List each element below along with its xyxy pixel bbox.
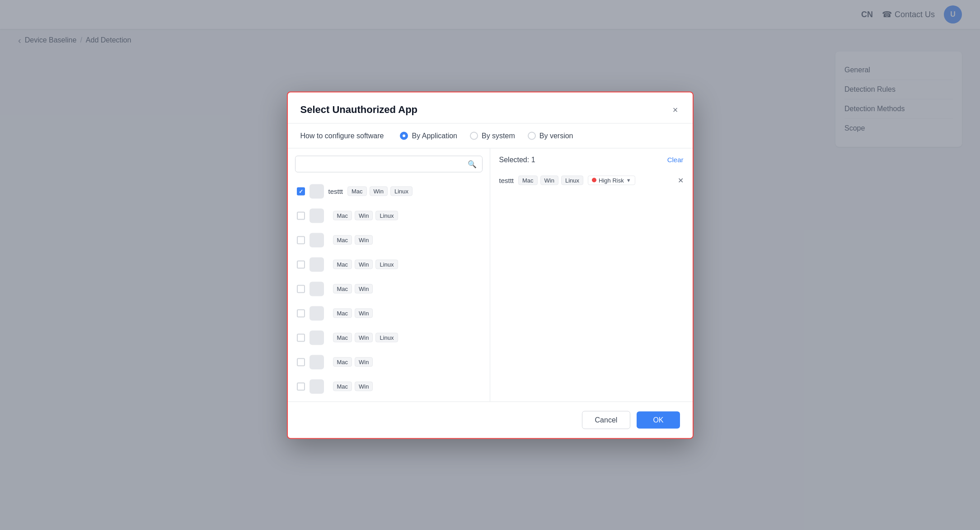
app-checkbox-4[interactable] — [297, 260, 305, 268]
search-box: 🔍 — [295, 155, 483, 172]
app-tags-6: Mac Win — [333, 309, 373, 318]
app-checkbox-testtt[interactable] — [297, 187, 305, 195]
app-icon-5 — [309, 281, 324, 296]
app-checkbox-2[interactable] — [297, 211, 305, 220]
tag-mac: Mac — [347, 187, 367, 196]
tag-mac: Mac — [333, 235, 352, 245]
risk-badge-testtt[interactable]: High Risk ▼ — [588, 175, 635, 185]
app-icon-3 — [309, 233, 324, 247]
tag-linux: Linux — [375, 260, 398, 269]
modal-title: Select Unauthorized App — [300, 103, 418, 115]
remove-testtt-button[interactable]: ✕ — [678, 176, 684, 184]
tag-win: Win — [355, 284, 373, 294]
app-tags-7: Mac Win Linux — [333, 333, 398, 342]
app-icon-9 — [309, 379, 324, 394]
radio-by-application-circle — [400, 131, 408, 140]
modal-footer: Cancel OK — [288, 401, 693, 438]
modal-close-button[interactable]: × — [671, 103, 680, 116]
tag-linux: Linux — [390, 187, 413, 196]
app-checkbox-7[interactable] — [297, 333, 305, 342]
app-list-panel: 🔍 testtt Mac Win Linux — [288, 148, 490, 401]
app-icon-8 — [309, 355, 324, 369]
tag-mac: Mac — [333, 260, 352, 269]
list-item: Mac Win Linux — [295, 326, 483, 349]
app-icon-4 — [309, 257, 324, 272]
radio-by-system-circle — [470, 131, 478, 140]
selected-app-name-testtt: testtt — [499, 176, 514, 184]
app-tags-3: Mac Win — [333, 235, 373, 245]
tag-win: Win — [355, 260, 373, 269]
list-item: Mac Win — [295, 350, 483, 374]
list-item: Mac Win — [295, 277, 483, 300]
radio-by-system[interactable]: By system — [470, 131, 515, 140]
list-item: Mac Win Linux — [295, 204, 483, 227]
app-checkbox-8[interactable] — [297, 358, 305, 366]
tag-win: Win — [355, 309, 373, 318]
risk-label: High Risk — [599, 177, 624, 183]
radio-by-version-circle — [528, 131, 536, 140]
modal-body: 🔍 testtt Mac Win Linux — [288, 148, 693, 401]
list-item: Mac Win — [295, 301, 483, 325]
selected-header: Selected: 1 Clear — [499, 155, 684, 164]
selected-tags-testtt: Mac Win Linux — [518, 175, 583, 185]
tag-mac: Mac — [333, 382, 352, 391]
app-tags-testtt: Mac Win Linux — [347, 187, 413, 196]
radio-group-label: How to configure software — [300, 131, 384, 140]
tag-mac: Mac — [333, 357, 352, 367]
app-list: testtt Mac Win Linux Mac Win Linux — [295, 179, 483, 401]
tag-win: Win — [540, 175, 558, 185]
tag-linux: Linux — [375, 211, 398, 220]
modal-header: Select Unauthorized App × — [288, 92, 693, 123]
app-icon-2 — [309, 208, 324, 223]
app-tags-5: Mac Win — [333, 284, 373, 294]
chevron-down-icon: ▼ — [626, 178, 631, 183]
app-checkbox-6[interactable] — [297, 309, 305, 317]
tag-win: Win — [355, 235, 373, 245]
radio-by-system-label: By system — [482, 131, 515, 140]
app-icon-7 — [309, 330, 324, 345]
tag-win: Win — [355, 333, 373, 342]
list-item: Win — [295, 399, 483, 401]
ok-button[interactable]: OK — [637, 411, 680, 428]
app-checkbox-5[interactable] — [297, 285, 305, 293]
app-checkbox-3[interactable] — [297, 236, 305, 244]
app-name-testtt: testtt — [328, 188, 343, 195]
radio-by-version-label: By version — [539, 131, 573, 140]
risk-dot-icon — [592, 178, 596, 183]
search-input[interactable] — [301, 160, 464, 168]
search-icon: 🔍 — [468, 159, 477, 168]
app-tags-2: Mac Win Linux — [333, 211, 398, 220]
tag-mac: Mac — [333, 211, 352, 220]
app-tags-8: Mac Win — [333, 357, 373, 367]
radio-group: How to configure software By Application… — [288, 123, 693, 148]
radio-by-application[interactable]: By Application — [400, 131, 457, 140]
selected-count: Selected: 1 — [499, 155, 535, 164]
radio-by-version[interactable]: By version — [528, 131, 573, 140]
select-unauthorized-app-modal: Select Unauthorized App × How to configu… — [287, 91, 694, 439]
app-icon-testtt — [309, 184, 324, 198]
tag-mac: Mac — [333, 284, 352, 294]
tag-win: Win — [370, 187, 388, 196]
tag-mac: Mac — [333, 309, 352, 318]
app-tags-9: Mac Win — [333, 382, 373, 391]
list-item: Mac Win — [295, 228, 483, 252]
tag-mac: Mac — [333, 333, 352, 342]
tag-linux: Linux — [561, 175, 583, 185]
app-tags-4: Mac Win Linux — [333, 260, 398, 269]
cancel-button[interactable]: Cancel — [582, 411, 631, 429]
list-item: Mac Win — [295, 375, 483, 398]
tag-mac: Mac — [518, 175, 538, 185]
tag-win: Win — [355, 382, 373, 391]
clear-button[interactable]: Clear — [667, 156, 684, 164]
selected-apps-panel: Selected: 1 Clear testtt Mac Win Linux H… — [490, 148, 693, 401]
tag-linux: Linux — [375, 333, 398, 342]
list-item: testtt Mac Win Linux — [295, 179, 483, 203]
list-item: Mac Win Linux — [295, 253, 483, 276]
radio-by-application-label: By Application — [412, 131, 457, 140]
app-icon-6 — [309, 306, 324, 320]
tag-win: Win — [355, 211, 373, 220]
selected-item-testtt: testtt Mac Win Linux High Risk ▼ ✕ — [499, 171, 684, 189]
tag-win: Win — [355, 357, 373, 367]
app-checkbox-9[interactable] — [297, 382, 305, 390]
